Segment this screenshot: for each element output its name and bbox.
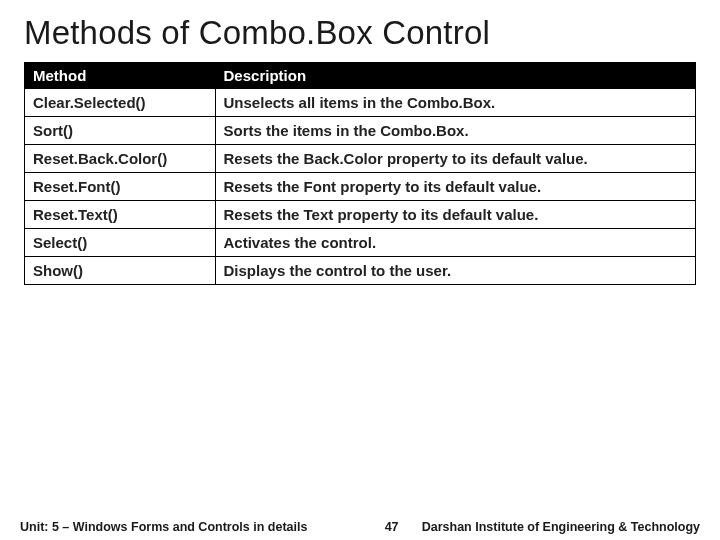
col-header-description: Description (215, 63, 695, 89)
method-description: Displays the control to the user. (215, 257, 695, 285)
method-description: Unselects all items in the Combo.Box. (215, 89, 695, 117)
method-name: Reset.Back.Color() (25, 145, 216, 173)
method-description: Resets the Font property to its default … (215, 173, 695, 201)
method-name: Reset.Text() (25, 201, 216, 229)
footer-institute: Darshan Institute of Engineering & Techn… (422, 520, 700, 534)
footer-page-number: 47 (361, 520, 421, 534)
method-name: Select() (25, 229, 216, 257)
method-description: Resets the Text property to its default … (215, 201, 695, 229)
method-description: Resets the Back.Color property to its de… (215, 145, 695, 173)
table-row: Clear.Selected() Unselects all items in … (25, 89, 696, 117)
slide: Methods of Combo.Box Control Method Desc… (0, 0, 720, 540)
method-name: Show() (25, 257, 216, 285)
table-row: Reset.Back.Color() Resets the Back.Color… (25, 145, 696, 173)
table-row: Sort() Sorts the items in the Combo.Box. (25, 117, 696, 145)
method-description: Activates the control. (215, 229, 695, 257)
page-title: Methods of Combo.Box Control (24, 14, 696, 52)
table-row: Reset.Font() Resets the Font property to… (25, 173, 696, 201)
method-name: Reset.Font() (25, 173, 216, 201)
table-row: Show() Displays the control to the user. (25, 257, 696, 285)
footer: Unit: 5 – Windows Forms and Controls in … (0, 520, 720, 534)
footer-unit: Unit: 5 – Windows Forms and Controls in … (20, 520, 307, 534)
method-name: Sort() (25, 117, 216, 145)
table-header-row: Method Description (25, 63, 696, 89)
methods-table: Method Description Clear.Selected() Unse… (24, 62, 696, 285)
table-row: Reset.Text() Resets the Text property to… (25, 201, 696, 229)
method-description: Sorts the items in the Combo.Box. (215, 117, 695, 145)
col-header-method: Method (25, 63, 216, 89)
method-name: Clear.Selected() (25, 89, 216, 117)
table-row: Select() Activates the control. (25, 229, 696, 257)
